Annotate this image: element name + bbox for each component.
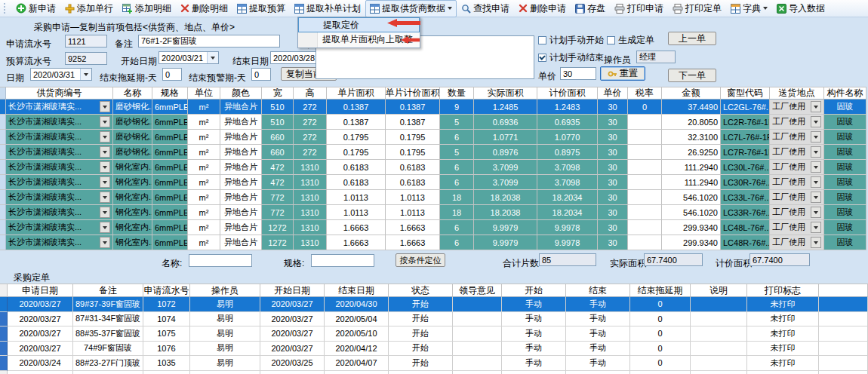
checkbox-icon[interactable]: [538, 36, 546, 44]
cell-price_area[interactable]: 9.9978: [537, 235, 598, 250]
cell-amount[interactable]: 32.3100: [662, 130, 721, 145]
order-cell-filler[interactable]: [819, 326, 868, 342]
cell-unit_price[interactable]: 30: [598, 205, 628, 220]
dropdown-caret-icon[interactable]: [811, 237, 821, 248]
dropdown-caret-icon[interactable]: [100, 222, 110, 233]
cell-unit[interactable]: m²: [188, 220, 220, 235]
column-header-amount[interactable]: 金额: [662, 87, 721, 100]
order-row[interactable]: 2020/03/2788#35-37F窗固玻1075易明2020/03/2720…: [0, 326, 868, 342]
cell-win_code[interactable]: LC2R-76#-1F: [721, 115, 770, 130]
cell-price_area[interactable]: 18.2034: [537, 205, 598, 220]
order-cell-remark[interactable]: 87#31-34F窗固玻: [73, 312, 143, 327]
cell-qty[interactable]: 9: [440, 100, 474, 115]
order-cell-end_date[interactable]: 2020/04/30: [325, 297, 389, 312]
order-cell-status[interactable]: 开始: [389, 326, 453, 342]
cell-spec[interactable]: 6mmPLE...: [152, 130, 188, 145]
column-header-color[interactable]: 颜色: [220, 87, 262, 100]
order-cell-begin[interactable]: 手动: [502, 356, 566, 371]
order-cell-end_date[interactable]: 2020/05/10: [325, 326, 389, 342]
cell-win_code[interactable]: LC30R-76#...: [721, 175, 770, 190]
cell-delivery[interactable]: 工厂使用: [770, 205, 824, 220]
order-cell-finish[interactable]: 手动: [566, 356, 630, 371]
cell-delivery[interactable]: 工厂使用: [770, 235, 824, 250]
column-header-spec[interactable]: 规格: [152, 87, 188, 100]
column-header-name[interactable]: 名称: [113, 87, 152, 100]
cell-part[interactable]: 固玻: [824, 235, 866, 250]
cell-amount[interactable]: 111.2940: [662, 160, 721, 175]
order-cell-status[interactable]: 开始: [389, 342, 453, 357]
cell-part[interactable]: 固玻: [824, 145, 866, 160]
column-header-height[interactable]: 高: [294, 87, 327, 100]
cell-unit[interactable]: m²: [188, 235, 220, 250]
toolbar-button-delete-detail[interactable]: 删除明细: [176, 0, 232, 17]
order-cell-req_date[interactable]: 2020/03/27: [8, 297, 73, 312]
order-cell-finish[interactable]: 手动: [566, 297, 630, 312]
cell-height[interactable]: 272: [294, 145, 327, 160]
cell-unit[interactable]: m²: [188, 205, 220, 220]
cell-width[interactable]: 510: [262, 100, 294, 115]
cell-unit_price[interactable]: 30: [598, 190, 628, 205]
order-cell-serial[interactable]: 1035: [143, 356, 190, 371]
order-cell-note[interactable]: [691, 356, 747, 371]
cell-width[interactable]: 660: [262, 145, 294, 160]
cell-supplier[interactable]: 长沙市潇湘玻璃实...: [6, 115, 113, 130]
orders-column-header-leader[interactable]: 领导意见: [453, 284, 502, 297]
cell-color[interactable]: 异地合片: [220, 145, 262, 160]
order-cell-operator[interactable]: 易明: [190, 297, 260, 312]
cell-name[interactable]: 磨砂钢化...: [113, 130, 152, 145]
order-cell-operator[interactable]: 易明: [190, 356, 260, 371]
cell-unit[interactable]: m²: [188, 115, 220, 130]
orders-column-header-begin[interactable]: 开始: [502, 284, 566, 297]
toolbar-button-print-request[interactable]: 打印申请: [610, 0, 668, 17]
order-cell-finish[interactable]: 手动: [566, 342, 630, 357]
table-row[interactable]: 长沙市潇湘玻璃实...钢化室内...6mmPLE...m²异地合片7721310…: [0, 190, 866, 205]
cell-actual_area[interactable]: 3.7099: [474, 160, 537, 175]
cell-height[interactable]: 1310: [294, 205, 327, 220]
cell-spec[interactable]: 6mmPLE...: [152, 160, 188, 175]
order-cell-remark[interactable]: 74#9F窗固玻: [73, 342, 143, 357]
dropdown-caret-icon[interactable]: [100, 161, 110, 173]
cell-name[interactable]: 磨砂钢化...: [113, 115, 152, 130]
cell-qty[interactable]: 6: [440, 235, 474, 250]
order-cell-begin[interactable]: 手动: [502, 342, 566, 357]
order-row[interactable]: 2020/03/2787#31-34F窗固玻1074易明2020/03/2720…: [0, 312, 868, 327]
cell-price_area[interactable]: 3.7098: [537, 175, 598, 190]
budget-input[interactable]: [65, 52, 107, 65]
cell-tax[interactable]: [628, 190, 662, 205]
cell-part[interactable]: 固玻: [824, 175, 866, 190]
order-cell-remark[interactable]: 89#37-39F窗固玻: [73, 297, 143, 312]
cell-supplier[interactable]: 长沙市潇湘玻璃实...: [6, 160, 113, 175]
cell-price_area[interactable]: 18.2034: [537, 190, 598, 205]
checkbox-icon[interactable]: [607, 36, 615, 44]
cell-price_area[interactable]: 1.2483: [537, 100, 598, 115]
order-cell-start_date[interactable]: 2020/03/27: [260, 297, 325, 312]
table-row[interactable]: 长沙市潇湘玻璃实...钢化室内...6mmPLE...m²异地合片4721310…: [0, 175, 866, 190]
cell-unit[interactable]: m²: [188, 130, 220, 145]
order-cell-serial[interactable]: 1076: [143, 342, 190, 357]
column-header-delivery[interactable]: 送货地点: [770, 87, 824, 100]
table-row[interactable]: 长沙市潇湘玻璃实...磨砂钢化...6mmPLE...m²异地合片5102720…: [0, 100, 866, 115]
remark-input[interactable]: [138, 35, 280, 48]
cell-name[interactable]: 磨砂钢化...: [113, 145, 152, 160]
orders-column-header-req_date[interactable]: 申请日期: [8, 284, 73, 297]
cell-piece_area[interactable]: 0.1795: [327, 130, 386, 145]
cell-piece_area[interactable]: 1.0113: [327, 190, 386, 205]
cell-delivery[interactable]: 工厂使用: [770, 220, 824, 235]
order-cell-req_date[interactable]: 2020/03/27: [8, 312, 73, 327]
orders-column-header-end_date[interactable]: 结束日期: [325, 284, 389, 297]
cell-amount[interactable]: 546.1020: [662, 205, 721, 220]
cell-color[interactable]: 异地合片: [220, 235, 262, 250]
column-header-unit_price[interactable]: 单价: [598, 87, 628, 100]
cell-amount[interactable]: 37.4490: [662, 100, 721, 115]
dropdown-caret-icon[interactable]: [100, 101, 110, 112]
order-cell-operator[interactable]: 易明: [190, 326, 260, 342]
order-cell-begin[interactable]: 手动: [502, 326, 566, 342]
cell-unit_price[interactable]: 30: [598, 130, 628, 145]
locate-by-condition-button[interactable]: 按条件定位: [396, 253, 445, 267]
orders-column-header-filler[interactable]: [819, 284, 868, 297]
order-row[interactable]: 2020/03/2774#9F窗固玻1076易明2020/03/272020/0…: [0, 342, 868, 357]
toolbar-button-add-row[interactable]: 添加单行: [60, 0, 118, 17]
order-cell-leader[interactable]: [453, 312, 502, 327]
dropdown-caret-icon[interactable]: [100, 131, 110, 143]
cell-tax[interactable]: [628, 160, 662, 175]
